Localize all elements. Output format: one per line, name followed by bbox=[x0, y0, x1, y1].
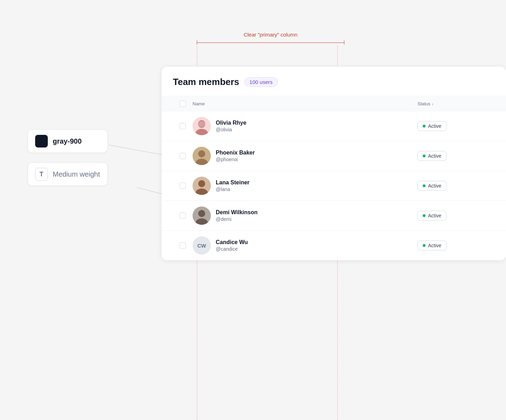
status-cell: Active bbox=[417, 211, 495, 221]
red-annotation: Clear "primary" column bbox=[197, 32, 344, 45]
header-checkbox-cell bbox=[173, 100, 193, 107]
status-dot bbox=[423, 244, 426, 247]
user-name: Olivia Rhye bbox=[216, 120, 246, 126]
user-info: Candice Wu @candice bbox=[216, 239, 248, 252]
user-cell: CW Candice Wu @candice bbox=[193, 236, 417, 255]
row-checkbox-cell bbox=[173, 123, 193, 129]
status-cell: Active bbox=[417, 121, 495, 131]
status-label: Active bbox=[428, 243, 441, 248]
annotation-area: gray-900 T Medium weight bbox=[28, 130, 107, 185]
user-name: Lana Steiner bbox=[216, 179, 249, 186]
table-title: Team members bbox=[173, 77, 239, 87]
row-checkbox[interactable] bbox=[180, 242, 186, 249]
red-annotation-label: Clear "primary" column bbox=[197, 32, 344, 38]
row-checkbox[interactable] bbox=[180, 123, 186, 129]
user-handle: @lana bbox=[216, 186, 249, 192]
avatar bbox=[193, 177, 211, 195]
status-dot bbox=[423, 125, 426, 127]
user-handle: @olivia bbox=[216, 127, 246, 132]
color-annotation-label: gray-900 bbox=[53, 137, 82, 145]
svg-point-5 bbox=[199, 121, 205, 127]
table-row: Phoenix Baker @phoenix Active bbox=[162, 141, 506, 171]
status-badge: Active bbox=[417, 121, 447, 131]
svg-point-13 bbox=[198, 210, 205, 217]
t-icon: T bbox=[35, 168, 48, 181]
user-cell: Phoenix Baker @phoenix bbox=[193, 147, 417, 165]
weight-annotation-box: T Medium weight bbox=[28, 163, 107, 185]
user-cell: Olivia Rhye @olivia bbox=[193, 117, 417, 135]
status-badge: Active bbox=[417, 151, 447, 161]
sort-icon: ↓ bbox=[432, 101, 434, 106]
row-checkbox-cell bbox=[173, 242, 193, 249]
status-label: Active bbox=[428, 153, 441, 159]
avatar bbox=[193, 206, 211, 225]
user-name: Phoenix Baker bbox=[216, 150, 255, 156]
user-handle: @demi bbox=[216, 216, 258, 222]
status-label: Active bbox=[428, 213, 441, 218]
status-badge: Active bbox=[417, 241, 447, 250]
user-name: Demi Wilkinson bbox=[216, 209, 258, 216]
svg-point-10 bbox=[198, 180, 205, 187]
row-checkbox[interactable] bbox=[180, 212, 186, 219]
row-checkbox-cell bbox=[173, 183, 193, 189]
status-badge: Active bbox=[417, 181, 447, 191]
row-checkbox-cell bbox=[173, 153, 193, 159]
red-tick-right bbox=[344, 40, 344, 45]
table-header: Team members 100 users bbox=[162, 67, 506, 96]
name-column-header: Name bbox=[193, 101, 417, 106]
avatar bbox=[193, 147, 211, 165]
user-info: Demi Wilkinson @demi bbox=[216, 209, 258, 222]
status-badge: Active bbox=[417, 211, 447, 221]
weight-annotation-label: Medium weight bbox=[53, 170, 100, 178]
table-row: Lana Steiner @lana Active bbox=[162, 171, 506, 201]
table-row: Olivia Rhye @olivia Active bbox=[162, 111, 506, 141]
avatar: CW bbox=[193, 236, 211, 255]
row-checkbox[interactable] bbox=[180, 183, 186, 189]
user-name: Candice Wu bbox=[216, 239, 248, 245]
user-cell: Demi Wilkinson @demi bbox=[193, 206, 417, 225]
status-cell: Active bbox=[417, 241, 495, 250]
status-dot bbox=[423, 214, 426, 217]
header-checkbox[interactable] bbox=[180, 100, 186, 107]
color-swatch bbox=[35, 135, 48, 147]
user-info: Lana Steiner @lana bbox=[216, 179, 249, 192]
user-cell: Lana Steiner @lana bbox=[193, 177, 417, 195]
status-dot bbox=[423, 184, 426, 187]
svg-point-7 bbox=[198, 150, 205, 157]
row-checkbox[interactable] bbox=[180, 153, 186, 159]
status-cell: Active bbox=[417, 181, 495, 191]
table-row: Demi Wilkinson @demi Active bbox=[162, 201, 506, 231]
user-count-badge: 100 users bbox=[244, 77, 278, 87]
status-cell: Active bbox=[417, 151, 495, 161]
red-line bbox=[197, 42, 344, 43]
avatar bbox=[193, 117, 211, 135]
user-info: Olivia Rhye @olivia bbox=[216, 120, 246, 132]
row-checkbox-cell bbox=[173, 212, 193, 219]
table-row: CW Candice Wu @candice Active bbox=[162, 231, 506, 260]
status-column-header[interactable]: Status ↓ bbox=[417, 101, 495, 106]
user-info: Phoenix Baker @phoenix bbox=[216, 150, 255, 162]
user-handle: @phoenix bbox=[216, 157, 255, 162]
status-dot bbox=[423, 155, 426, 157]
user-handle: @candice bbox=[216, 246, 248, 252]
team-members-table: Team members 100 users Name Status ↓ bbox=[162, 67, 506, 260]
status-label: Active bbox=[428, 123, 441, 129]
color-annotation-box: gray-900 bbox=[28, 130, 107, 152]
status-label: Active bbox=[428, 183, 441, 189]
column-headers: Name Status ↓ bbox=[162, 96, 506, 111]
